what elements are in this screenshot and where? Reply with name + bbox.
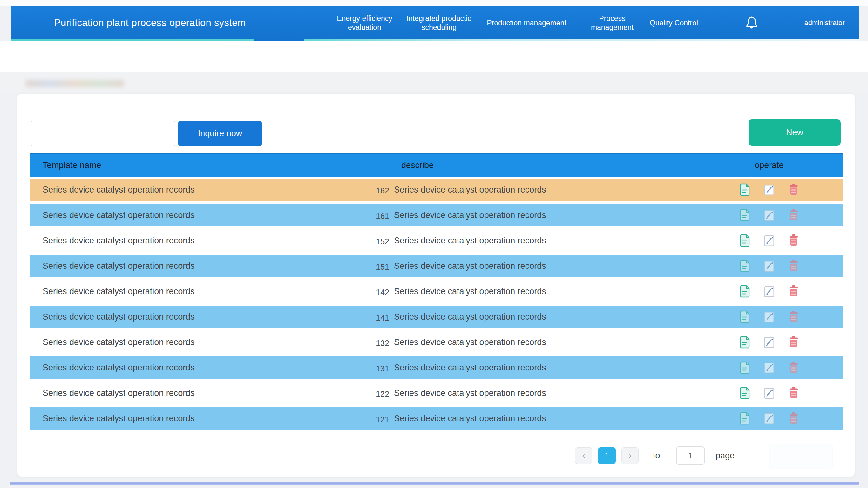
- edit-icon[interactable]: [764, 183, 775, 196]
- template-name-cell: Series device catalyst operation records: [42, 407, 195, 430]
- blurred-page-size-select: [769, 445, 833, 468]
- delete-icon[interactable]: [788, 387, 799, 399]
- main-nav: Energy efficiency evaluationIntegrated p…: [0, 6, 868, 39]
- nav-item-integrated-production-scheduling[interactable]: Integrated productio scheduling: [401, 6, 477, 39]
- describe-text: Series device catalyst operation records: [394, 255, 546, 277]
- table-row[interactable]: Series device catalyst operation records…: [30, 204, 843, 226]
- operate-cell: [739, 255, 799, 277]
- bell-icon: [746, 15, 757, 30]
- document-icon[interactable]: [739, 336, 750, 348]
- describe-number: 141: [362, 307, 389, 329]
- document-icon[interactable]: [739, 260, 750, 272]
- nav-item-process-management[interactable]: Process management: [582, 6, 643, 39]
- delete-icon[interactable]: [788, 412, 799, 425]
- breadcrumb-band: [0, 72, 868, 94]
- operate-cell: [739, 280, 799, 302]
- edit-icon[interactable]: [764, 234, 775, 247]
- document-icon[interactable]: [739, 234, 750, 247]
- edit-icon[interactable]: [764, 260, 775, 272]
- template-name-cell: Series device catalyst operation records: [42, 357, 195, 379]
- user-menu[interactable]: administrator: [794, 6, 855, 39]
- describe-number: 132: [362, 332, 389, 354]
- operate-cell: [739, 331, 799, 353]
- table-body: Series device catalyst operation records…: [30, 179, 843, 433]
- table-header: Template name describe operate: [30, 153, 843, 177]
- edit-icon[interactable]: [764, 285, 775, 298]
- delete-icon[interactable]: [788, 285, 799, 298]
- operate-cell: [739, 382, 799, 404]
- template-name-cell: Series device catalyst operation records: [42, 331, 195, 353]
- describe-text: Series device catalyst operation records: [394, 306, 546, 328]
- page-top-margin: [0, 0, 868, 6]
- describe-number: 142: [362, 281, 389, 303]
- subheader-band: [0, 41, 868, 72]
- page-number-input[interactable]: [676, 447, 705, 465]
- describe-text: Series device catalyst operation records: [394, 357, 546, 379]
- describe-number: 161: [362, 205, 389, 227]
- describe-text: Series device catalyst operation records: [394, 280, 546, 302]
- delete-icon[interactable]: [788, 234, 799, 247]
- notification-bell-button[interactable]: [742, 6, 761, 39]
- describe-number: 121: [362, 408, 389, 430]
- delete-icon[interactable]: [788, 361, 799, 374]
- template-name-cell: Series device catalyst operation records: [42, 382, 195, 404]
- table-row[interactable]: Series device catalyst operation records…: [30, 357, 843, 379]
- describe-text: Series device catalyst operation records: [394, 331, 546, 353]
- pagination-next-button[interactable]: ›: [621, 447, 639, 464]
- search-input[interactable]: [31, 121, 175, 146]
- pagination-to-label: to: [653, 447, 660, 464]
- document-icon[interactable]: [739, 361, 750, 374]
- pagination-page-label: page: [715, 447, 735, 464]
- document-icon[interactable]: [739, 310, 750, 323]
- bottom-scroll-line: [9, 482, 859, 485]
- describe-text: Series device catalyst operation records: [394, 382, 546, 404]
- describe-text: Series device catalyst operation records: [394, 204, 546, 226]
- blurred-breadcrumb: [25, 80, 124, 87]
- edit-icon[interactable]: [764, 412, 775, 425]
- describe-text: Series device catalyst operation records: [394, 407, 546, 430]
- edit-icon[interactable]: [764, 336, 775, 348]
- table-row[interactable]: Series device catalyst operation records…: [30, 382, 843, 404]
- describe-text: Series device catalyst operation records: [394, 230, 546, 252]
- delete-icon[interactable]: [788, 209, 799, 221]
- nav-item-production-management[interactable]: Production management: [478, 6, 575, 39]
- delete-icon[interactable]: [788, 336, 799, 348]
- inquire-button[interactable]: Inquire now: [178, 121, 262, 146]
- document-icon[interactable]: [739, 412, 750, 425]
- edit-icon[interactable]: [764, 310, 775, 323]
- describe-number: 122: [362, 383, 389, 405]
- table-row[interactable]: Series device catalyst operation records…: [30, 179, 843, 201]
- operate-cell: [739, 204, 799, 226]
- operate-cell: [739, 407, 799, 430]
- edit-icon[interactable]: [764, 361, 775, 374]
- document-icon[interactable]: [739, 285, 750, 298]
- template-name-cell: Series device catalyst operation records: [42, 306, 195, 328]
- edit-icon[interactable]: [764, 387, 775, 399]
- nav-item-energy-efficiency-evaluation[interactable]: Energy efficiency evaluation: [331, 6, 399, 39]
- document-icon[interactable]: [739, 387, 750, 399]
- template-name-cell: Series device catalyst operation records: [42, 255, 195, 277]
- table-row[interactable]: Series device catalyst operation records…: [30, 280, 843, 302]
- nav-item-quality-control[interactable]: Quality Control: [644, 6, 704, 39]
- table-row[interactable]: Series device catalyst operation records…: [30, 331, 843, 353]
- describe-number: 131: [362, 358, 389, 380]
- template-name-cell: Series device catalyst operation records: [42, 204, 195, 226]
- edit-icon[interactable]: [764, 209, 775, 221]
- operate-cell: [739, 357, 799, 379]
- delete-icon[interactable]: [788, 183, 799, 196]
- pagination-current-page[interactable]: 1: [598, 447, 616, 464]
- delete-icon[interactable]: [788, 310, 799, 323]
- table-row[interactable]: Series device catalyst operation records…: [30, 255, 843, 277]
- table-row[interactable]: Series device catalyst operation records…: [30, 407, 843, 430]
- table-row[interactable]: Series device catalyst operation records…: [30, 306, 843, 328]
- document-icon[interactable]: [739, 183, 750, 196]
- column-header-describe: describe: [386, 153, 449, 177]
- table-row[interactable]: Series device catalyst operation records…: [30, 230, 843, 252]
- pagination-prev-button[interactable]: ‹: [575, 447, 592, 464]
- new-button[interactable]: New: [748, 119, 841, 146]
- column-header-operate: operate: [737, 153, 801, 177]
- delete-icon[interactable]: [788, 260, 799, 272]
- document-icon[interactable]: [739, 209, 750, 221]
- describe-number: 152: [362, 230, 389, 252]
- column-header-template-name: Template name: [42, 153, 101, 177]
